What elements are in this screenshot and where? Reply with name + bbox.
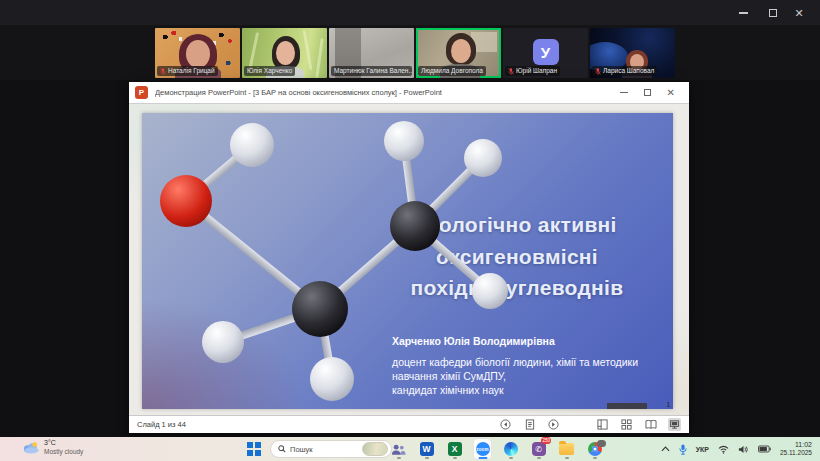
participant-name: Мартинюк Галина Вален...: [334, 67, 412, 75]
slide-counter: Слайд 1 из 44: [137, 420, 186, 429]
slide-corner-decoration: [607, 403, 647, 409]
language-indicator[interactable]: УКР: [696, 446, 709, 453]
hydrogen-atom: [464, 139, 502, 177]
slide-number: 1: [666, 401, 670, 408]
participant-name-tag: Наталія Грицай: [157, 66, 218, 76]
ppt-minimize-button[interactable]: [620, 92, 628, 93]
viber-notification-badge: 250: [541, 437, 551, 444]
normal-view-button[interactable]: [596, 418, 609, 431]
meeting-close-button[interactable]: ✕: [786, 4, 812, 22]
desktop-screen: ✕ Наталія Грицай Юлія Харченко: [0, 0, 820, 461]
hydrogen-atom: [472, 273, 508, 309]
slide-sorter-view-button[interactable]: [620, 418, 633, 431]
avatar: У: [533, 39, 559, 65]
taskbar-search[interactable]: Пошук: [270, 440, 392, 458]
participant-video: [276, 41, 295, 65]
weather-condition: Mostly cloudy: [44, 448, 83, 456]
powerpoint-statusbar: Слайд 1 из 44: [129, 415, 689, 432]
participant-tile-martyniuk-halyna[interactable]: Мартинюк Галина Вален...: [329, 28, 414, 78]
chrome-icon: [588, 442, 602, 456]
participant-tile-yurii-shapran[interactable]: У Юрій Шапран: [503, 28, 588, 78]
powerpoint-app-icon: P: [135, 86, 148, 99]
powerpoint-titlebar: P Демонстрация PowerPoint - [3 БАР на ос…: [129, 82, 689, 104]
tray-microphone-icon[interactable]: [679, 444, 687, 455]
participant-name: Людмила Довгопола: [421, 67, 483, 75]
weather-widget[interactable]: 3°C Mostly cloudy: [22, 439, 83, 456]
slide-1[interactable]: Біологічно активні оксигеновмісні похідн…: [142, 113, 673, 409]
edge-icon: [504, 442, 518, 456]
search-highlight-image: [362, 442, 388, 456]
speaker-icon[interactable]: [738, 445, 749, 454]
minimize-icon: [739, 12, 748, 14]
participant-tile-yuliia-kharchenko[interactable]: Юлія Харченко: [242, 28, 327, 78]
cloud-icon: [22, 441, 39, 454]
chrome-profile-badge: [597, 440, 606, 447]
meeting-minimize-button[interactable]: [730, 4, 756, 22]
taskbar-viber-icon[interactable]: ✆ 250: [530, 439, 547, 459]
participant-name-tag: Лариса Шаповал: [592, 66, 657, 76]
participant-name: Наталія Грицай: [168, 67, 215, 75]
excel-icon: X: [448, 442, 462, 456]
taskbar-excel-icon[interactable]: X: [446, 439, 463, 459]
ppt-maximize-button[interactable]: [644, 89, 651, 96]
taskbar-chrome-icon[interactable]: [586, 439, 603, 459]
hydrogen-atom: [310, 357, 354, 401]
slide-author-name: Харченко Юлія Володимирівна: [392, 335, 664, 347]
hydrogen-atom: [384, 121, 424, 161]
wifi-icon[interactable]: [718, 445, 729, 454]
tray-chevron-up-icon[interactable]: [661, 446, 670, 452]
running-indicator: [425, 457, 429, 459]
participant-tile-natalia-hrytsai[interactable]: Наталія Грицай: [155, 28, 240, 78]
viber-icon: ✆: [532, 442, 546, 456]
running-indicator: [397, 457, 401, 459]
hydrogen-atom: [202, 321, 244, 363]
taskbar-clock[interactable]: 11:02 25.11.2025: [780, 441, 812, 458]
participant-name-tag: Людмила Довгопола: [418, 66, 486, 76]
taskbar-word-icon[interactable]: W: [418, 439, 435, 459]
windows-taskbar: 3°C Mostly cloudy Пошук W: [0, 437, 820, 461]
ppt-close-button[interactable]: ✕: [667, 88, 675, 98]
carbon-atom: [390, 201, 440, 251]
powerpoint-window-title: Демонстрация PowerPoint - [3 БАР на осно…: [155, 88, 442, 97]
slide-author-role: доцент кафедри біології людини, хімії та…: [392, 355, 664, 383]
meeting-titlebar: ✕: [0, 0, 820, 25]
participant-name-tag: Юрій Шапран: [505, 66, 560, 76]
active-app-indicator: [478, 457, 487, 459]
grass-background: [303, 30, 313, 70]
participant-name-tag: Мартинюк Галина Вален...: [331, 66, 412, 76]
running-indicator: [537, 457, 541, 459]
presentation-canvas: Біологічно активні оксигеновмісні похідн…: [129, 104, 689, 415]
teams-people-icon: [391, 443, 406, 456]
running-indicator: [565, 457, 569, 459]
previous-slide-button[interactable]: [499, 418, 512, 431]
oxygen-atom: [160, 175, 212, 227]
muted-mic-icon: [508, 68, 514, 75]
participant-video: [186, 40, 210, 68]
participant-tile-liudmyla-dovhopola-active-speaker[interactable]: Людмила Довгопола: [416, 28, 501, 78]
windows-logo-icon: [255, 442, 261, 448]
reading-view-button[interactable]: [644, 418, 657, 431]
running-indicator: [509, 457, 513, 459]
taskbar-file-explorer-icon[interactable]: [558, 439, 575, 459]
notes-button[interactable]: [523, 418, 536, 431]
battery-icon[interactable]: [758, 445, 771, 453]
windows-logo-icon: [247, 450, 253, 456]
meeting-restore-button[interactable]: [760, 4, 786, 22]
grass-background: [315, 38, 324, 78]
clock-time: 11:02: [795, 441, 812, 450]
search-icon: [278, 445, 286, 453]
next-slide-button[interactable]: [547, 418, 560, 431]
participants-strip: Наталія Грицай Юлія Харченко Мартинюк Га…: [0, 25, 820, 80]
participant-video: [451, 39, 471, 63]
slideshow-view-button[interactable]: [668, 418, 681, 431]
running-indicator: [593, 457, 597, 459]
participant-name: Юлія Харченко: [247, 67, 292, 75]
participant-tile-larysa-shapoval[interactable]: Лариса Шаповал: [590, 28, 675, 78]
windows-logo-icon: [255, 450, 261, 456]
taskbar-zoom-icon-active[interactable]: zoom: [474, 439, 491, 459]
participant-name: Юрій Шапран: [516, 67, 557, 75]
start-button[interactable]: [247, 442, 261, 456]
taskbar-teams-icon[interactable]: [390, 439, 407, 459]
weather-temperature: 3°C: [44, 439, 83, 448]
taskbar-edge-icon[interactable]: [502, 439, 519, 459]
